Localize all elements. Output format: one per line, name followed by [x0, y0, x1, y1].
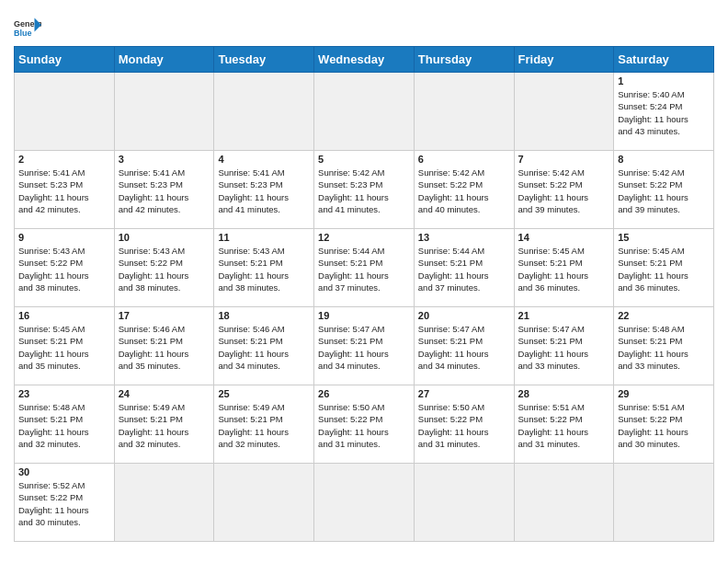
calendar-cell: 27Sunrise: 5:50 AM Sunset: 5:22 PM Dayli…	[414, 385, 514, 464]
svg-text:Blue: Blue	[14, 29, 32, 38]
week-row-3: 9Sunrise: 5:43 AM Sunset: 5:22 PM Daylig…	[15, 229, 714, 307]
day-info: Sunrise: 5:43 AM Sunset: 5:21 PM Dayligh…	[218, 245, 310, 293]
day-header-sunday: Sunday	[15, 47, 115, 73]
day-number: 28	[518, 388, 610, 399]
header: General Blue	[14, 9, 714, 39]
calendar: SundayMondayTuesdayWednesdayThursdayFrid…	[14, 46, 714, 542]
calendar-cell: 21Sunrise: 5:47 AM Sunset: 5:21 PM Dayli…	[514, 307, 614, 385]
calendar-cell	[15, 73, 115, 151]
day-info: Sunrise: 5:45 AM Sunset: 5:21 PM Dayligh…	[18, 323, 110, 372]
calendar-cell: 7Sunrise: 5:42 AM Sunset: 5:22 PM Daylig…	[514, 151, 614, 229]
day-info: Sunrise: 5:48 AM Sunset: 5:21 PM Dayligh…	[18, 401, 110, 450]
day-number: 22	[618, 310, 710, 321]
calendar-cell: 5Sunrise: 5:42 AM Sunset: 5:23 PM Daylig…	[314, 151, 415, 229]
calendar-cell	[414, 73, 514, 151]
day-number: 4	[218, 154, 310, 165]
calendar-cell	[314, 73, 415, 151]
day-number: 6	[418, 154, 510, 165]
day-number: 2	[18, 154, 110, 165]
day-number: 9	[18, 232, 110, 243]
day-info: Sunrise: 5:44 AM Sunset: 5:21 PM Dayligh…	[318, 245, 410, 293]
day-info: Sunrise: 5:50 AM Sunset: 5:22 PM Dayligh…	[318, 401, 410, 450]
calendar-cell: 14Sunrise: 5:45 AM Sunset: 5:21 PM Dayli…	[514, 229, 614, 307]
day-number: 25	[218, 388, 310, 399]
day-number: 19	[318, 310, 410, 321]
day-header-monday: Monday	[114, 47, 214, 73]
week-row-2: 2Sunrise: 5:41 AM Sunset: 5:23 PM Daylig…	[15, 151, 714, 229]
calendar-cell: 20Sunrise: 5:47 AM Sunset: 5:21 PM Dayli…	[414, 307, 514, 385]
day-info: Sunrise: 5:42 AM Sunset: 5:22 PM Dayligh…	[518, 167, 610, 215]
day-number: 3	[119, 154, 210, 165]
calendar-cell	[514, 73, 614, 151]
day-info: Sunrise: 5:49 AM Sunset: 5:21 PM Dayligh…	[119, 401, 210, 450]
day-number: 29	[618, 388, 710, 399]
day-number: 8	[618, 154, 710, 165]
calendar-cell: 24Sunrise: 5:49 AM Sunset: 5:21 PM Dayli…	[114, 385, 214, 464]
calendar-cell	[414, 464, 514, 542]
calendar-cell: 3Sunrise: 5:41 AM Sunset: 5:23 PM Daylig…	[114, 151, 214, 229]
day-number: 24	[119, 388, 210, 399]
day-number: 17	[119, 310, 210, 321]
day-number: 14	[518, 232, 610, 243]
day-info: Sunrise: 5:49 AM Sunset: 5:21 PM Dayligh…	[218, 401, 310, 450]
day-info: Sunrise: 5:42 AM Sunset: 5:23 PM Dayligh…	[318, 167, 410, 215]
day-number: 20	[418, 310, 510, 321]
day-info: Sunrise: 5:51 AM Sunset: 5:22 PM Dayligh…	[618, 401, 710, 450]
calendar-cell: 13Sunrise: 5:44 AM Sunset: 5:21 PM Dayli…	[414, 229, 514, 307]
week-row-1: 1Sunrise: 5:40 AM Sunset: 5:24 PM Daylig…	[15, 73, 714, 151]
day-info: Sunrise: 5:40 AM Sunset: 5:24 PM Dayligh…	[618, 88, 710, 137]
day-info: Sunrise: 5:52 AM Sunset: 5:22 PM Dayligh…	[18, 479, 110, 528]
calendar-body: 1Sunrise: 5:40 AM Sunset: 5:24 PM Daylig…	[15, 73, 714, 542]
day-number: 21	[518, 310, 610, 321]
day-info: Sunrise: 5:42 AM Sunset: 5:22 PM Dayligh…	[418, 167, 510, 215]
day-number: 18	[218, 310, 310, 321]
calendar-cell: 22Sunrise: 5:48 AM Sunset: 5:21 PM Dayli…	[614, 307, 714, 385]
day-info: Sunrise: 5:45 AM Sunset: 5:21 PM Dayligh…	[518, 245, 610, 293]
calendar-cell: 23Sunrise: 5:48 AM Sunset: 5:21 PM Dayli…	[15, 385, 115, 464]
day-header-tuesday: Tuesday	[214, 47, 314, 73]
day-header-saturday: Saturday	[614, 47, 714, 73]
day-info: Sunrise: 5:43 AM Sunset: 5:22 PM Dayligh…	[18, 245, 110, 293]
day-info: Sunrise: 5:43 AM Sunset: 5:22 PM Dayligh…	[119, 245, 210, 293]
calendar-cell: 29Sunrise: 5:51 AM Sunset: 5:22 PM Dayli…	[614, 385, 714, 464]
day-number: 11	[218, 232, 310, 243]
day-info: Sunrise: 5:41 AM Sunset: 5:23 PM Dayligh…	[119, 167, 210, 215]
day-header-thursday: Thursday	[414, 47, 514, 73]
day-number: 10	[119, 232, 210, 243]
calendar-cell: 8Sunrise: 5:42 AM Sunset: 5:22 PM Daylig…	[614, 151, 714, 229]
calendar-cell: 1Sunrise: 5:40 AM Sunset: 5:24 PM Daylig…	[614, 73, 714, 151]
calendar-cell: 6Sunrise: 5:42 AM Sunset: 5:22 PM Daylig…	[414, 151, 514, 229]
calendar-cell: 9Sunrise: 5:43 AM Sunset: 5:22 PM Daylig…	[15, 229, 115, 307]
day-info: Sunrise: 5:41 AM Sunset: 5:23 PM Dayligh…	[18, 167, 110, 215]
day-number: 30	[18, 466, 110, 477]
day-info: Sunrise: 5:47 AM Sunset: 5:21 PM Dayligh…	[518, 323, 610, 372]
day-info: Sunrise: 5:47 AM Sunset: 5:21 PM Dayligh…	[418, 323, 510, 372]
calendar-cell: 11Sunrise: 5:43 AM Sunset: 5:21 PM Dayli…	[214, 229, 314, 307]
week-row-4: 16Sunrise: 5:45 AM Sunset: 5:21 PM Dayli…	[15, 307, 714, 385]
day-info: Sunrise: 5:46 AM Sunset: 5:21 PM Dayligh…	[119, 323, 210, 372]
calendar-cell: 16Sunrise: 5:45 AM Sunset: 5:21 PM Dayli…	[15, 307, 115, 385]
calendar-cell: 12Sunrise: 5:44 AM Sunset: 5:21 PM Dayli…	[314, 229, 415, 307]
day-header-wednesday: Wednesday	[314, 47, 415, 73]
day-info: Sunrise: 5:42 AM Sunset: 5:22 PM Dayligh…	[618, 167, 710, 215]
calendar-cell	[614, 464, 714, 542]
week-row-5: 23Sunrise: 5:48 AM Sunset: 5:21 PM Dayli…	[15, 385, 714, 464]
day-header-friday: Friday	[514, 47, 614, 73]
calendar-cell	[114, 464, 214, 542]
calendar-cell: 28Sunrise: 5:51 AM Sunset: 5:22 PM Dayli…	[514, 385, 614, 464]
day-number: 5	[318, 154, 410, 165]
day-info: Sunrise: 5:41 AM Sunset: 5:23 PM Dayligh…	[218, 167, 310, 215]
day-number: 12	[318, 232, 410, 243]
day-number: 1	[618, 75, 710, 86]
calendar-cell: 15Sunrise: 5:45 AM Sunset: 5:21 PM Dayli…	[614, 229, 714, 307]
day-number: 27	[418, 388, 510, 399]
calendar-header: SundayMondayTuesdayWednesdayThursdayFrid…	[15, 47, 714, 73]
calendar-cell: 17Sunrise: 5:46 AM Sunset: 5:21 PM Dayli…	[114, 307, 214, 385]
day-number: 26	[318, 388, 410, 399]
day-info: Sunrise: 5:46 AM Sunset: 5:21 PM Dayligh…	[218, 323, 310, 372]
day-info: Sunrise: 5:48 AM Sunset: 5:21 PM Dayligh…	[618, 323, 710, 372]
calendar-cell	[514, 464, 614, 542]
calendar-cell	[214, 464, 314, 542]
calendar-cell: 18Sunrise: 5:46 AM Sunset: 5:21 PM Dayli…	[214, 307, 314, 385]
calendar-cell	[214, 73, 314, 151]
